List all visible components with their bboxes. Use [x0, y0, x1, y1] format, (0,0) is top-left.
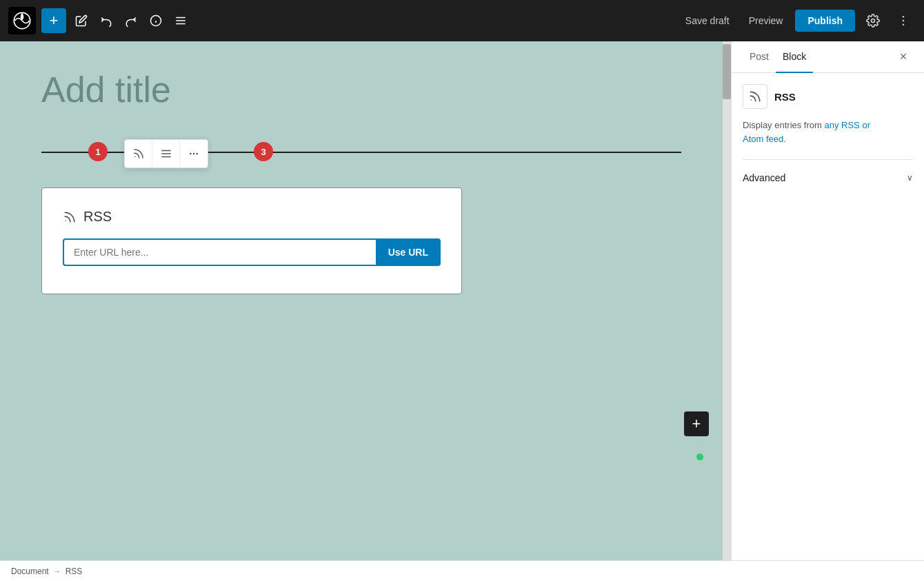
- save-draft-button[interactable]: Save draft: [679, 11, 736, 30]
- advanced-header[interactable]: Advanced ∨: [743, 168, 913, 187]
- rss-widget-title: RSS: [63, 209, 441, 225]
- tab-post[interactable]: Post: [743, 41, 776, 73]
- block-type-rss-button[interactable]: [125, 140, 152, 167]
- scrollbar-thumb[interactable]: [723, 44, 731, 99]
- svg-point-9: [903, 20, 905, 22]
- chevron-down-icon: ∨: [907, 173, 913, 183]
- more-options-button[interactable]: [891, 8, 916, 33]
- breadcrumb-document[interactable]: Document: [11, 567, 49, 576]
- svg-point-10: [903, 24, 905, 26]
- sidebar-content: RSS Display entries from any RSS orAtom …: [732, 73, 924, 560]
- wordpress-logo[interactable]: [8, 7, 36, 34]
- use-url-button[interactable]: Use URL: [376, 238, 441, 266]
- rss-url-row: Use URL: [63, 238, 441, 266]
- top-toolbar: + Save draft Preview: [0, 0, 924, 41]
- block-toolbar: [124, 139, 208, 168]
- edit-button[interactable]: [69, 8, 94, 33]
- sidebar-tabs: Post Block ×: [732, 41, 924, 73]
- sidebar-block-name: RSS: [774, 91, 796, 103]
- tab-block[interactable]: Block: [776, 41, 813, 73]
- toolbar-right: Save draft Preview Publish: [679, 8, 916, 33]
- svg-point-8: [903, 16, 905, 18]
- step-badge-1: 1: [88, 142, 108, 161]
- breadcrumb-separator: →: [53, 567, 61, 576]
- settings-button[interactable]: [861, 8, 885, 33]
- teal-dot: [696, 453, 703, 460]
- add-block-float-button[interactable]: +: [684, 411, 709, 436]
- step-badge-3: 3: [254, 142, 273, 161]
- rss-url-input[interactable]: [63, 238, 376, 266]
- undo-button[interactable]: [94, 8, 119, 33]
- main-layout: Add title 1 2 3: [0, 41, 924, 560]
- advanced-section: Advanced ∨: [743, 159, 913, 187]
- add-block-button[interactable]: +: [41, 8, 66, 33]
- rss-block-icon: [63, 210, 77, 224]
- sidebar-block-icon: [743, 84, 767, 109]
- sidebar-close-button[interactable]: ×: [894, 48, 913, 67]
- svg-point-7: [872, 19, 875, 23]
- rss-block-widget: RSS Use URL: [41, 187, 462, 294]
- block-align-button[interactable]: [152, 140, 180, 167]
- publish-button[interactable]: Publish: [795, 10, 855, 32]
- svg-point-16: [196, 153, 198, 155]
- advanced-label: Advanced: [743, 172, 785, 183]
- list-view-button[interactable]: [168, 8, 193, 33]
- editor-area: Add title 1 2 3: [0, 41, 723, 560]
- status-bar: Document → RSS: [0, 560, 924, 581]
- right-sidebar: Post Block × RSS Display entries from an…: [731, 41, 924, 560]
- svg-point-15: [193, 153, 195, 155]
- block-separator: 1 2 3: [41, 152, 681, 153]
- preview-button[interactable]: Preview: [742, 11, 790, 30]
- rss-widget-label: RSS: [83, 209, 112, 225]
- title-placeholder[interactable]: Add title: [41, 69, 681, 110]
- editor-scrollbar[interactable]: [723, 41, 731, 560]
- block-more-options-button[interactable]: [180, 140, 208, 167]
- breadcrumb-rss[interactable]: RSS: [66, 567, 83, 576]
- info-button[interactable]: [143, 8, 168, 33]
- svg-point-14: [190, 153, 192, 155]
- block-info: RSS: [743, 84, 913, 109]
- redo-button[interactable]: [119, 8, 143, 33]
- block-description: Display entries from any RSS orAtom feed…: [743, 119, 913, 145]
